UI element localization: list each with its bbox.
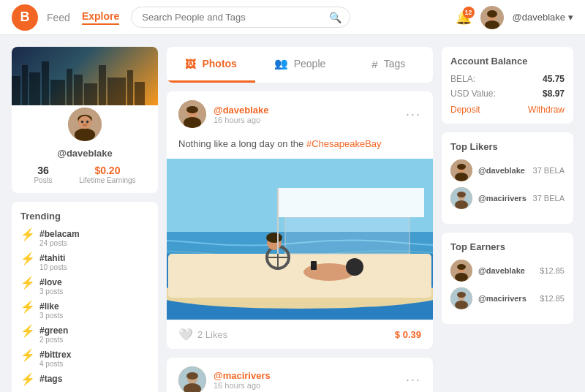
trending-post-count: 3 posts (39, 312, 63, 320)
top-earners-title: Top Earners (450, 241, 565, 252)
trending-list: ⚡ #belacam 24 posts ⚡ #tahiti 10 posts ⚡… (20, 229, 149, 385)
earnings-label: Lifetime Earnings (79, 176, 135, 184)
cover-buildings (12, 61, 158, 105)
top-liker-val-1: 37 BELA (533, 166, 565, 175)
profile-avatar-wrap (66, 105, 104, 143)
profile-username: @daveblake (20, 148, 149, 159)
post-user-2[interactable]: @macirivers (214, 370, 399, 381)
svg-marker-21 (285, 217, 410, 254)
trending-tag-label: #tahiti (39, 253, 67, 263)
search-icon: 🔍 (329, 12, 341, 23)
profile-avatar (66, 105, 104, 143)
bela-value: 45.75 (543, 74, 565, 84)
balance-actions: Deposit Withdraw (450, 105, 565, 115)
top-earner-val-2: $12.85 (540, 294, 565, 303)
post-menu-1[interactable]: ··· (406, 107, 421, 122)
post-card-1: @daveblake 16 hours ago ··· Nothing like… (167, 91, 433, 349)
account-balance-widget: Account Balance BELA: 45.75 USD Value: $… (442, 47, 573, 124)
notifications-button[interactable]: 🔔 12 (456, 10, 472, 26)
main-nav: Feed Explore (47, 10, 119, 25)
withdraw-button[interactable]: Withdraw (528, 105, 565, 115)
post-caption-1: Nothing like a long day on the #Chesapea… (167, 137, 433, 159)
svg-point-7 (75, 128, 95, 141)
post-menu-2[interactable]: ··· (406, 372, 421, 388)
bolt-icon: ⚡ (20, 277, 35, 289)
nav-feed[interactable]: Feed (47, 12, 70, 23)
svg-point-42 (457, 192, 466, 197)
trending-tag-label: #green (39, 325, 68, 336)
sidebar-right: Account Balance BELA: 45.75 USD Value: $… (442, 47, 573, 392)
svg-point-34 (186, 372, 198, 380)
svg-rect-20 (168, 254, 431, 298)
svg-point-43 (455, 200, 468, 209)
header-username[interactable]: @daveblake ▾ (513, 12, 573, 23)
top-liker-2: @macirivers 37 BELA (450, 187, 565, 209)
top-earner-name-2[interactable]: @macirivers (478, 294, 534, 303)
logo[interactable]: B (12, 4, 38, 31)
trending-item[interactable]: ⚡ #green 2 posts (20, 325, 149, 344)
main-content: 🖼 Photos 👥 People # Tags @daveblake 16 h… (167, 47, 433, 392)
bela-label: BELA: (450, 74, 475, 84)
trending-tag-label: #love (39, 277, 63, 287)
hashtag-link-1[interactable]: #ChesapeakeBay (306, 138, 382, 149)
top-liker-name-2[interactable]: @macirivers (478, 194, 527, 203)
deposit-button[interactable]: Deposit (450, 105, 480, 115)
tab-photos[interactable]: 🖼 Photos (167, 47, 255, 83)
trending-item[interactable]: ⚡ #bittrex 4 posts (20, 350, 149, 368)
trending-item[interactable]: ⚡ #tags (20, 374, 149, 385)
profile-card: @daveblake 36 Posts $0.20 Lifetime Earni… (12, 47, 158, 193)
post-likes-1[interactable]: 🤍 2 Likes (178, 328, 227, 342)
top-liker-name-1[interactable]: @daveblake (478, 166, 527, 175)
trending-item[interactable]: ⚡ #belacam 24 posts (20, 229, 149, 247)
trending-title: Trending (20, 211, 149, 222)
trending-tag-label: #bittrex (39, 350, 71, 360)
post-user-1[interactable]: @daveblake (214, 105, 399, 116)
svg-point-50 (457, 292, 466, 298)
svg-point-14 (186, 106, 198, 113)
bolt-icon: ⚡ (20, 325, 35, 337)
svg-point-47 (455, 273, 468, 282)
content-tabs: 🖼 Photos 👥 People # Tags (167, 47, 433, 83)
tab-people[interactable]: 👥 People (255, 47, 344, 83)
svg-point-8 (78, 116, 91, 129)
svg-point-23 (346, 258, 363, 276)
trending-item[interactable]: ⚡ #tahiti 10 posts (20, 253, 149, 271)
bolt-icon: ⚡ (20, 301, 35, 313)
nav-explore[interactable]: Explore (82, 10, 119, 25)
svg-rect-31 (311, 261, 317, 270)
svg-marker-29 (278, 188, 424, 217)
search-input[interactable] (131, 7, 350, 28)
top-earner-name-1[interactable]: @daveblake (478, 266, 534, 275)
usd-balance-row: USD Value: $8.97 (450, 88, 565, 99)
trending-tag-label: #like (39, 301, 63, 312)
post-meta-2: @macirivers 16 hours ago (214, 370, 399, 390)
people-icon: 👥 (274, 57, 288, 70)
earnings-count: $0.20 (79, 165, 135, 176)
top-earner-1: @daveblake $12.85 (450, 260, 565, 282)
tags-icon: # (371, 58, 377, 70)
post-header-1: @daveblake 16 hours ago ··· (167, 91, 433, 137)
profile-avatar-container (12, 105, 158, 126)
top-likers-title: Top Likers (450, 141, 565, 152)
post-meta-1: @daveblake 16 hours ago (214, 105, 399, 124)
trending-post-count: 24 posts (39, 239, 80, 247)
top-likers-widget: Top Likers @daveblake 37 BELA @maciriver… (442, 132, 573, 224)
header-right: 🔔 12 @daveblake ▾ (456, 6, 573, 29)
post-time-2: 16 hours ago (214, 381, 399, 390)
bela-balance-row: BELA: 45.75 (450, 74, 565, 84)
profile-posts-stat: 36 Posts (34, 165, 52, 184)
svg-point-38 (457, 164, 466, 170)
account-balance-title: Account Balance (450, 56, 565, 67)
photos-icon: 🖼 (185, 58, 196, 70)
trending-item[interactable]: ⚡ #like 3 posts (20, 301, 149, 320)
svg-point-11 (82, 124, 87, 127)
svg-point-28 (266, 233, 282, 243)
bolt-icon: ⚡ (20, 229, 35, 241)
post-card-2: @macirivers 16 hours ago ··· Lovely! We … (167, 358, 433, 393)
tab-photos-label: Photos (202, 58, 236, 69)
post-earnings-1: $ 0.39 (395, 329, 421, 340)
profile-cover (12, 47, 158, 105)
notification-badge: 12 (463, 7, 475, 18)
trending-item[interactable]: ⚡ #love 3 posts (20, 277, 149, 295)
tab-tags[interactable]: # Tags (344, 47, 433, 83)
